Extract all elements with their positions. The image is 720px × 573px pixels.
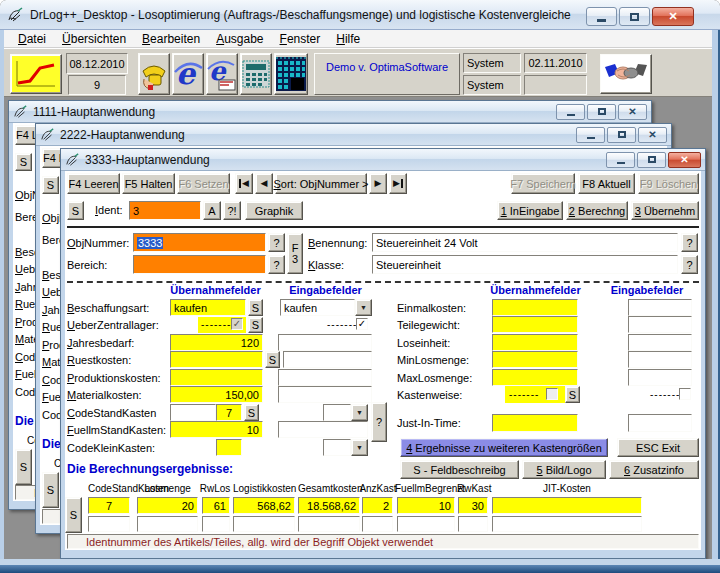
codekleinkasten-uebernahme-field[interactable]: [216, 439, 242, 456]
close-icon[interactable]: ✕: [618, 104, 647, 120]
minimize-icon[interactable]: [556, 104, 585, 120]
nav-prev-icon[interactable]: ◀: [255, 173, 273, 194]
internet-mail-button[interactable]: e: [206, 53, 238, 95]
chart-button[interactable]: [10, 54, 62, 94]
menu-fenster[interactable]: Fenster: [272, 31, 329, 47]
matrix-button[interactable]: [274, 53, 308, 95]
maxlosmenge-uebernahme-field[interactable]: [492, 369, 578, 386]
fuellmstandkasten-uebernahme-field[interactable]: 10: [170, 421, 263, 438]
kasten-help-button[interactable]: ?: [371, 402, 387, 442]
berechng-button[interactable]: 2 Berechng: [566, 201, 628, 220]
s-button[interactable]: S: [67, 201, 84, 220]
f4-leeren-button[interactable]: F4 Leeren: [67, 173, 120, 194]
produktionskosten-input[interactable]: [278, 369, 372, 386]
main-titlebar[interactable]: DrLog++_Desktop - Losoptimierung (Auftra…: [0, 0, 720, 30]
s-button[interactable]: S: [248, 299, 263, 316]
dropdown-icon[interactable]: ▼: [351, 404, 368, 421]
f8-aktuell-button[interactable]: F8 Aktuell: [578, 173, 635, 194]
s-button[interactable]: S: [244, 404, 259, 421]
close-icon[interactable]: ✕: [652, 7, 694, 26]
s-button[interactable]: S: [15, 153, 32, 171]
s-button[interactable]: S: [565, 386, 580, 403]
codestandkasten-input[interactable]: [323, 404, 351, 421]
f7-speichern-button[interactable]: F7 Speichern: [511, 173, 575, 194]
s-button[interactable]: S: [265, 351, 280, 368]
minimize-icon[interactable]: [586, 7, 617, 26]
ident-field[interactable]: 3: [129, 201, 201, 220]
f3-button[interactable]: F3: [287, 233, 303, 274]
minlosmenge-uebernahme-field[interactable]: [492, 351, 578, 368]
internet-button[interactable]: e: [172, 53, 204, 95]
teilegewicht-input[interactable]: [628, 316, 692, 333]
bereich-help-button[interactable]: ?: [268, 255, 285, 274]
materialkosten-uebernahme-field[interactable]: 150,00: [170, 386, 263, 403]
s-button[interactable]: S: [15, 449, 32, 485]
fuellmstandkasten-input[interactable]: [278, 421, 368, 438]
s-button[interactable]: S: [65, 497, 82, 533]
s-button[interactable]: S: [42, 176, 59, 194]
ueberzentrallager-input-checkbox[interactable]: ✓: [356, 318, 368, 330]
maximize-icon[interactable]: [619, 7, 650, 26]
benennung-field[interactable]: Steuereinheit 24 Volt: [372, 233, 678, 252]
bild-logo-button[interactable]: 5 Bild/Logo: [522, 460, 606, 479]
sort-button[interactable]: Sort: ObjNummer >: [275, 173, 367, 194]
graphik-button[interactable]: Graphik: [245, 201, 303, 220]
minimize-icon[interactable]: [576, 127, 605, 143]
a-button[interactable]: A: [203, 201, 221, 220]
einmalkosten-uebernahme-field[interactable]: [492, 299, 578, 316]
klasse-field[interactable]: Steuereinheit: [372, 255, 678, 274]
f9-loeschen-button[interactable]: F9 Löschen: [638, 173, 699, 194]
objnummer-help-button[interactable]: ?: [268, 233, 285, 252]
s-button[interactable]: S: [42, 472, 59, 508]
produktionskosten-uebernahme-field[interactable]: [170, 369, 263, 386]
maxlosmenge-input[interactable]: [628, 369, 692, 386]
loseinheit-input[interactable]: [628, 334, 692, 351]
codestandkasten-white-field[interactable]: [170, 404, 216, 421]
ruestkosten-input[interactable]: [283, 351, 372, 368]
teilegewicht-uebernahme-field[interactable]: [492, 316, 578, 333]
minlosmenge-input[interactable]: [628, 351, 692, 368]
window-2222-titlebar[interactable]: 2222-Hauptanwendung ✕: [36, 124, 671, 146]
window-1111-titlebar[interactable]: 1111-Hauptanwendung ✕: [9, 101, 651, 123]
zusatzinfo-button[interactable]: 6 Zusatzinfo: [609, 460, 699, 479]
ueberzentrallager-uebernahme-checkbox[interactable]: ✓: [231, 318, 243, 330]
in-eingabe-button[interactable]: 1 InEingabe: [497, 201, 563, 220]
einmalkosten-input[interactable]: [628, 299, 692, 316]
menu-bearbeiten[interactable]: Bearbeiten: [134, 31, 208, 47]
just-in-time-input[interactable]: [628, 414, 692, 432]
nav-next-icon[interactable]: ▶: [369, 173, 387, 194]
window-3333-titlebar[interactable]: 3333-Hauptanwendung ✕: [61, 149, 705, 171]
loseinheit-uebernahme-field[interactable]: [492, 334, 578, 351]
klasse-help-button[interactable]: ?: [681, 255, 698, 274]
bereich-field[interactable]: [133, 255, 266, 274]
f5-halten-button[interactable]: F5 Halten: [122, 173, 175, 194]
minimize-icon[interactable]: [606, 152, 635, 168]
ruestkosten-uebernahme-field[interactable]: [170, 351, 263, 368]
benennung-help-button[interactable]: ?: [681, 233, 698, 252]
help-button[interactable]: ?!: [223, 201, 241, 220]
handshake-button[interactable]: [600, 54, 652, 94]
materialkosten-input[interactable]: [278, 386, 372, 403]
feldbeschreibg-button[interactable]: S - Feldbeschreibg: [400, 460, 519, 479]
maximize-icon[interactable]: [607, 127, 636, 143]
just-in-time-uebernahme-field[interactable]: [492, 414, 578, 432]
nav-first-icon[interactable]: ◀: [235, 173, 253, 194]
menu-hilfe[interactable]: Hilfe: [328, 31, 368, 47]
codekleinkasten-input[interactable]: [323, 439, 351, 456]
phone-button[interactable]: [138, 53, 170, 95]
maximize-icon[interactable]: [637, 152, 666, 168]
close-icon[interactable]: ✕: [668, 152, 701, 168]
nav-last-icon[interactable]: ▶: [389, 173, 407, 194]
menu-uebersichten[interactable]: Übersichten: [54, 31, 134, 47]
ergebnisse-button[interactable]: 4 Ergebnisse zu weiteren Kastengrößen: [400, 438, 608, 457]
menu-datei[interactable]: Datei: [10, 31, 54, 47]
dropdown-icon[interactable]: ▼: [351, 439, 368, 456]
f6-setzen-button[interactable]: F6 Setzen: [177, 173, 230, 194]
beschaffungsart-uebernahme-field[interactable]: kaufen: [170, 299, 246, 316]
jahresbedarf-uebernahme-field[interactable]: 120: [170, 334, 263, 351]
menu-ausgabe[interactable]: Ausgabe: [208, 31, 271, 47]
maximize-icon[interactable]: [587, 104, 616, 120]
uebernehm-button[interactable]: 3 Übernehm: [631, 201, 699, 220]
s-button[interactable]: S: [248, 317, 263, 333]
esc-exit-button[interactable]: ESC Exit: [617, 438, 699, 457]
